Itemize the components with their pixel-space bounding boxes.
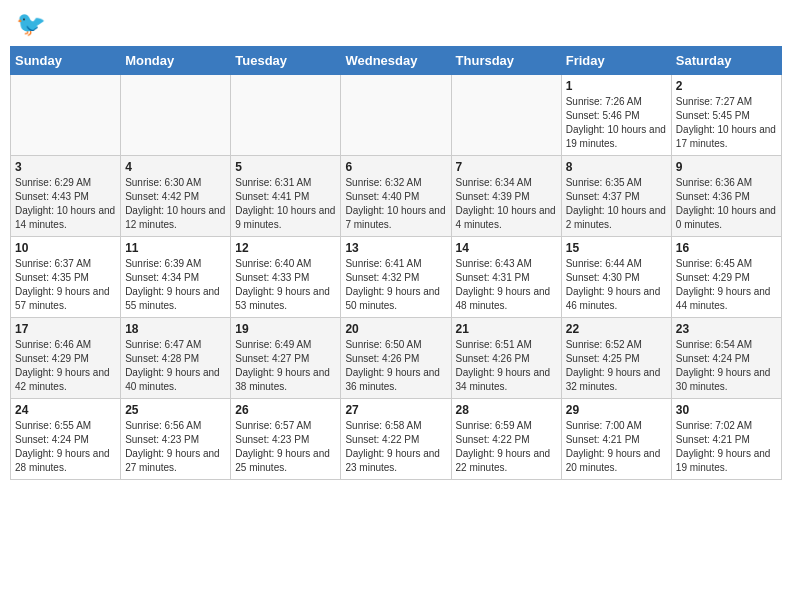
day-info: Sunrise: 6:44 AM Sunset: 4:30 PM Dayligh… <box>566 257 667 313</box>
day-info: Sunrise: 6:47 AM Sunset: 4:28 PM Dayligh… <box>125 338 226 394</box>
day-number: 4 <box>125 160 226 174</box>
day-number: 17 <box>15 322 116 336</box>
day-info: Sunrise: 6:51 AM Sunset: 4:26 PM Dayligh… <box>456 338 557 394</box>
weekday-header-thursday: Thursday <box>451 47 561 75</box>
day-number: 13 <box>345 241 446 255</box>
day-info: Sunrise: 7:00 AM Sunset: 4:21 PM Dayligh… <box>566 419 667 475</box>
day-info: Sunrise: 6:56 AM Sunset: 4:23 PM Dayligh… <box>125 419 226 475</box>
day-number: 14 <box>456 241 557 255</box>
day-info: Sunrise: 6:35 AM Sunset: 4:37 PM Dayligh… <box>566 176 667 232</box>
calendar-week-row: 1Sunrise: 7:26 AM Sunset: 5:46 PM Daylig… <box>11 75 782 156</box>
calendar-cell: 20Sunrise: 6:50 AM Sunset: 4:26 PM Dayli… <box>341 318 451 399</box>
day-info: Sunrise: 6:43 AM Sunset: 4:31 PM Dayligh… <box>456 257 557 313</box>
day-number: 9 <box>676 160 777 174</box>
day-number: 16 <box>676 241 777 255</box>
calendar-cell: 17Sunrise: 6:46 AM Sunset: 4:29 PM Dayli… <box>11 318 121 399</box>
day-info: Sunrise: 6:30 AM Sunset: 4:42 PM Dayligh… <box>125 176 226 232</box>
weekday-header-sunday: Sunday <box>11 47 121 75</box>
calendar-cell: 26Sunrise: 6:57 AM Sunset: 4:23 PM Dayli… <box>231 399 341 480</box>
calendar-cell: 2Sunrise: 7:27 AM Sunset: 5:45 PM Daylig… <box>671 75 781 156</box>
calendar-cell: 29Sunrise: 7:00 AM Sunset: 4:21 PM Dayli… <box>561 399 671 480</box>
calendar-cell: 6Sunrise: 6:32 AM Sunset: 4:40 PM Daylig… <box>341 156 451 237</box>
calendar-cell: 13Sunrise: 6:41 AM Sunset: 4:32 PM Dayli… <box>341 237 451 318</box>
day-number: 21 <box>456 322 557 336</box>
day-number: 24 <box>15 403 116 417</box>
calendar-cell: 15Sunrise: 6:44 AM Sunset: 4:30 PM Dayli… <box>561 237 671 318</box>
day-info: Sunrise: 7:26 AM Sunset: 5:46 PM Dayligh… <box>566 95 667 151</box>
calendar-cell: 8Sunrise: 6:35 AM Sunset: 4:37 PM Daylig… <box>561 156 671 237</box>
day-info: Sunrise: 6:34 AM Sunset: 4:39 PM Dayligh… <box>456 176 557 232</box>
calendar-cell: 4Sunrise: 6:30 AM Sunset: 4:42 PM Daylig… <box>121 156 231 237</box>
day-info: Sunrise: 6:58 AM Sunset: 4:22 PM Dayligh… <box>345 419 446 475</box>
calendar-cell: 10Sunrise: 6:37 AM Sunset: 4:35 PM Dayli… <box>11 237 121 318</box>
day-number: 18 <box>125 322 226 336</box>
day-info: Sunrise: 6:57 AM Sunset: 4:23 PM Dayligh… <box>235 419 336 475</box>
day-info: Sunrise: 6:40 AM Sunset: 4:33 PM Dayligh… <box>235 257 336 313</box>
calendar-cell: 22Sunrise: 6:52 AM Sunset: 4:25 PM Dayli… <box>561 318 671 399</box>
day-number: 25 <box>125 403 226 417</box>
day-number: 29 <box>566 403 667 417</box>
calendar-table: SundayMondayTuesdayWednesdayThursdayFrid… <box>10 46 782 480</box>
calendar-cell: 18Sunrise: 6:47 AM Sunset: 4:28 PM Dayli… <box>121 318 231 399</box>
day-number: 3 <box>15 160 116 174</box>
calendar-cell: 11Sunrise: 6:39 AM Sunset: 4:34 PM Dayli… <box>121 237 231 318</box>
day-number: 23 <box>676 322 777 336</box>
calendar-week-row: 17Sunrise: 6:46 AM Sunset: 4:29 PM Dayli… <box>11 318 782 399</box>
day-info: Sunrise: 6:29 AM Sunset: 4:43 PM Dayligh… <box>15 176 116 232</box>
day-info: Sunrise: 6:55 AM Sunset: 4:24 PM Dayligh… <box>15 419 116 475</box>
day-number: 27 <box>345 403 446 417</box>
day-number: 15 <box>566 241 667 255</box>
calendar-cell: 28Sunrise: 6:59 AM Sunset: 4:22 PM Dayli… <box>451 399 561 480</box>
weekday-header-wednesday: Wednesday <box>341 47 451 75</box>
calendar-cell: 12Sunrise: 6:40 AM Sunset: 4:33 PM Dayli… <box>231 237 341 318</box>
logo-bird-icon: 🐦 <box>16 10 46 38</box>
calendar-cell: 21Sunrise: 6:51 AM Sunset: 4:26 PM Dayli… <box>451 318 561 399</box>
calendar-cell: 16Sunrise: 6:45 AM Sunset: 4:29 PM Dayli… <box>671 237 781 318</box>
calendar-cell: 3Sunrise: 6:29 AM Sunset: 4:43 PM Daylig… <box>11 156 121 237</box>
calendar-cell: 24Sunrise: 6:55 AM Sunset: 4:24 PM Dayli… <box>11 399 121 480</box>
calendar-cell: 14Sunrise: 6:43 AM Sunset: 4:31 PM Dayli… <box>451 237 561 318</box>
day-number: 20 <box>345 322 446 336</box>
calendar-cell: 23Sunrise: 6:54 AM Sunset: 4:24 PM Dayli… <box>671 318 781 399</box>
day-info: Sunrise: 7:27 AM Sunset: 5:45 PM Dayligh… <box>676 95 777 151</box>
day-number: 19 <box>235 322 336 336</box>
day-number: 5 <box>235 160 336 174</box>
calendar-week-row: 3Sunrise: 6:29 AM Sunset: 4:43 PM Daylig… <box>11 156 782 237</box>
day-number: 11 <box>125 241 226 255</box>
day-info: Sunrise: 6:31 AM Sunset: 4:41 PM Dayligh… <box>235 176 336 232</box>
day-info: Sunrise: 6:59 AM Sunset: 4:22 PM Dayligh… <box>456 419 557 475</box>
day-number: 1 <box>566 79 667 93</box>
calendar-cell: 25Sunrise: 6:56 AM Sunset: 4:23 PM Dayli… <box>121 399 231 480</box>
calendar-cell: 7Sunrise: 6:34 AM Sunset: 4:39 PM Daylig… <box>451 156 561 237</box>
day-number: 8 <box>566 160 667 174</box>
day-info: Sunrise: 6:32 AM Sunset: 4:40 PM Dayligh… <box>345 176 446 232</box>
day-info: Sunrise: 6:36 AM Sunset: 4:36 PM Dayligh… <box>676 176 777 232</box>
calendar-cell <box>341 75 451 156</box>
day-info: Sunrise: 6:52 AM Sunset: 4:25 PM Dayligh… <box>566 338 667 394</box>
calendar-cell: 30Sunrise: 7:02 AM Sunset: 4:21 PM Dayli… <box>671 399 781 480</box>
day-info: Sunrise: 6:49 AM Sunset: 4:27 PM Dayligh… <box>235 338 336 394</box>
calendar-cell: 27Sunrise: 6:58 AM Sunset: 4:22 PM Dayli… <box>341 399 451 480</box>
day-number: 30 <box>676 403 777 417</box>
calendar-cell: 9Sunrise: 6:36 AM Sunset: 4:36 PM Daylig… <box>671 156 781 237</box>
weekday-header-saturday: Saturday <box>671 47 781 75</box>
calendar-week-row: 24Sunrise: 6:55 AM Sunset: 4:24 PM Dayli… <box>11 399 782 480</box>
day-number: 10 <box>15 241 116 255</box>
calendar-cell <box>121 75 231 156</box>
calendar-cell <box>11 75 121 156</box>
day-number: 22 <box>566 322 667 336</box>
calendar-cell: 5Sunrise: 6:31 AM Sunset: 4:41 PM Daylig… <box>231 156 341 237</box>
weekday-header-friday: Friday <box>561 47 671 75</box>
weekday-header-monday: Monday <box>121 47 231 75</box>
calendar-cell <box>451 75 561 156</box>
day-number: 12 <box>235 241 336 255</box>
day-number: 26 <box>235 403 336 417</box>
day-number: 6 <box>345 160 446 174</box>
weekday-header-row: SundayMondayTuesdayWednesdayThursdayFrid… <box>11 47 782 75</box>
day-info: Sunrise: 6:46 AM Sunset: 4:29 PM Dayligh… <box>15 338 116 394</box>
day-number: 2 <box>676 79 777 93</box>
day-info: Sunrise: 6:41 AM Sunset: 4:32 PM Dayligh… <box>345 257 446 313</box>
day-info: Sunrise: 6:54 AM Sunset: 4:24 PM Dayligh… <box>676 338 777 394</box>
calendar-week-row: 10Sunrise: 6:37 AM Sunset: 4:35 PM Dayli… <box>11 237 782 318</box>
logo: 🐦 <box>10 10 46 38</box>
